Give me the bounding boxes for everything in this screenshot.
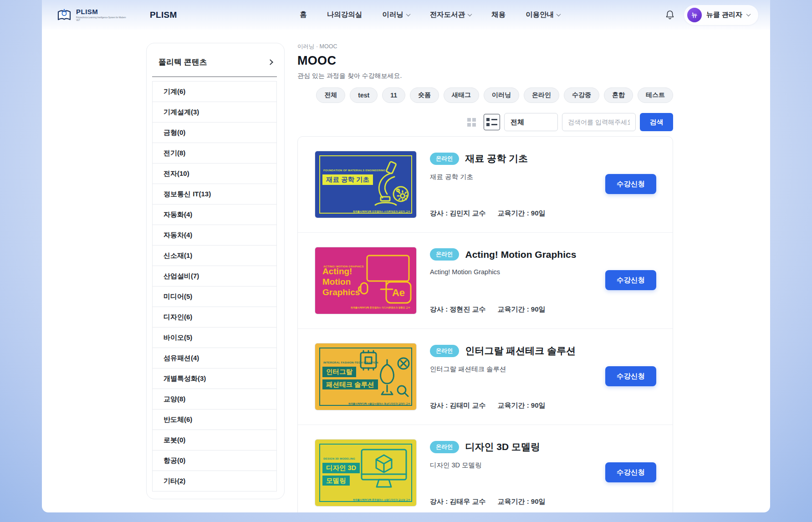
category-item[interactable]: 기타(2) — [152, 471, 277, 491]
thumbnail-title-line: 디자인 3D — [322, 463, 360, 473]
top-header: PLISM Polytechnics Learning Intelligence… — [42, 0, 770, 30]
course-thumbnail[interactable]: ACTING! MOTION GRAPHICS Acting! Motion G… — [315, 247, 416, 314]
search-button[interactable]: 검색 — [640, 113, 673, 131]
category-item[interactable]: 로봇(0) — [152, 430, 277, 450]
course-title[interactable]: 재료 공학 기초 — [465, 152, 528, 165]
nav-item[interactable]: 채용 — [491, 10, 506, 20]
enroll-column: 수강신청 — [605, 247, 656, 290]
course-title-row: 온라인 인터그랄 패션테크 솔루션 — [430, 344, 596, 357]
header-right: 뉴 뉴클 관리자 — [665, 5, 758, 25]
search-input[interactable] — [562, 113, 636, 131]
category-sidebar: 폴리텍 콘텐츠 기계(6) 기계설계(3) 금형(0) 전기(8) 전자(10)… — [146, 43, 285, 499]
nav-item[interactable]: 나의강의실 — [327, 10, 363, 20]
course-title-row: 온라인 재료 공학 기초 — [430, 152, 596, 165]
nav-item[interactable]: 이용안내 — [526, 10, 560, 20]
category-label: 기계(6) — [163, 87, 185, 96]
course-info: 온라인 디자인 3D 모델링 디자인 3D 모델링 강사 : 김태우 교수 교육… — [430, 440, 596, 506]
course-period: 교육기간 : 90일 — [498, 305, 546, 314]
category-select[interactable]: 전체 — [504, 113, 558, 131]
tag-chip[interactable]: 전체 — [316, 87, 345, 103]
tag-chip[interactable]: 수강중 — [564, 87, 599, 103]
category-label: 전기(8) — [163, 149, 185, 158]
category-label: 바이오(5) — [163, 333, 192, 342]
sidebar-header: 폴리텍 콘텐츠 — [147, 43, 284, 77]
chevron-down-icon — [746, 12, 751, 16]
category-item[interactable]: 개별특성화(3) — [152, 368, 277, 389]
nav-item-label: 채용 — [491, 10, 506, 20]
course-info: 온라인 인터그랄 패션테크 솔루션 인터그랄 패션테크 솔루션 강사 : 김태미… — [430, 343, 596, 410]
course-title[interactable]: Acting! Motion Graphics — [465, 249, 577, 260]
category-label: 기타(2) — [163, 477, 185, 486]
enroll-column: 수강신청 — [605, 151, 656, 194]
tag-chip[interactable]: 이러닝 — [484, 87, 519, 103]
category-label: 금형(0) — [163, 128, 185, 137]
category-item[interactable]: 자동차(4) — [152, 225, 277, 246]
tag-chip-label: 이러닝 — [492, 91, 511, 99]
category-label: 자동차(4) — [163, 231, 192, 240]
enroll-button[interactable]: 수강신청 — [605, 174, 656, 194]
user-menu[interactable]: 뉴 뉴클 관리자 — [684, 5, 758, 25]
category-label: 항공(0) — [163, 456, 185, 465]
category-item[interactable]: 금형(0) — [152, 122, 277, 143]
course-meta: 강사 : 정현진 교수 교육기간 : 90일 — [430, 305, 596, 314]
page-app-title: PLISM — [150, 10, 177, 20]
plism-logo-icon — [56, 7, 72, 23]
enroll-button[interactable]: 수강신청 — [605, 462, 656, 482]
category-label: 개별특성화(3) — [163, 374, 206, 383]
category-item[interactable]: 전자(10) — [152, 163, 277, 184]
bell-icon — [665, 10, 675, 20]
nav-item[interactable]: 이러닝 — [382, 10, 410, 20]
tag-chip[interactable]: 새태그 — [444, 87, 479, 103]
content-area: 폴리텍 콘텐츠 기계(6) 기계설계(3) 금형(0) 전기(8) 전자(10)… — [42, 30, 770, 512]
category-item[interactable]: 정보통신 IT(13) — [152, 184, 277, 205]
microscope-illustration — [364, 159, 410, 210]
category-item[interactable]: 산업설비(7) — [152, 266, 277, 287]
tag-chip[interactable]: test — [350, 87, 378, 103]
grid-view-icon — [467, 118, 476, 127]
nav-item[interactable]: 홈 — [300, 10, 307, 20]
monitor-cube-illustration — [359, 447, 409, 498]
category-item[interactable]: 전기(8) — [152, 143, 277, 164]
category-item[interactable]: 반도체(6) — [152, 409, 277, 430]
tag-chip[interactable]: 숏폼 — [410, 87, 439, 103]
category-item[interactable]: 교양(8) — [152, 389, 277, 409]
tag-chip[interactable]: 혼합 — [604, 87, 633, 103]
grid-view-button[interactable] — [463, 114, 480, 130]
chevron-down-icon — [468, 12, 472, 16]
category-item[interactable]: 자동화(4) — [152, 204, 277, 225]
course-title[interactable]: 인터그랄 패션테크 솔루션 — [465, 344, 576, 357]
tag-chip[interactable]: 11 — [382, 87, 405, 103]
category-item[interactable]: 미디어(5) — [152, 286, 277, 307]
nav-item-label: 홈 — [300, 10, 307, 20]
category-item[interactable]: 기계(6) — [152, 81, 277, 102]
course-list: FOUNDATION OF MATERIALS ENGINEERING 재료 공… — [297, 136, 673, 512]
category-item[interactable]: 섬유패션(4) — [152, 348, 277, 368]
course-thumbnail[interactable]: FOUNDATION OF MATERIALS ENGINEERING 재료 공… — [315, 151, 416, 218]
enroll-button[interactable]: 수강신청 — [605, 270, 656, 290]
enroll-button[interactable]: 수강신청 — [605, 366, 656, 386]
nav-item[interactable]: 전자도서관 — [430, 10, 472, 20]
tag-chip-label: 혼합 — [612, 91, 625, 99]
logo[interactable]: PLISM Polytechnics Learning Intelligence… — [56, 7, 126, 23]
category-label: 로봇(0) — [163, 436, 185, 445]
category-item[interactable]: 신소재(1) — [152, 245, 277, 266]
course-row: ACTING! MOTION GRAPHICS Acting! Motion G… — [298, 232, 673, 328]
main-nav: 홈 나의강의실 이러닝 전자도서관 채용 이용안내 — [281, 10, 560, 20]
list-view-button[interactable] — [484, 114, 500, 130]
notifications-button[interactable] — [665, 10, 675, 20]
category-item[interactable]: 디자인(6) — [152, 307, 277, 328]
course-title[interactable]: 디자인 3D 모델링 — [465, 440, 541, 453]
course-thumbnail[interactable]: INTERGRAL FASHION-TECH SOLUTION 인터그랄패션테크… — [315, 343, 416, 410]
category-item[interactable]: 항공(0) — [152, 450, 277, 471]
chevron-right-icon[interactable] — [267, 59, 273, 65]
list-view-icon — [486, 118, 497, 126]
tag-chip-label: 테스트 — [646, 91, 665, 99]
category-item[interactable]: 기계설계(3) — [152, 102, 277, 123]
course-instructor: 강사 : 김민지 교수 — [430, 209, 486, 218]
tag-chip[interactable]: 온라인 — [524, 87, 559, 103]
course-thumbnail[interactable]: DESIGN 3D MODELING 디자인 3D모델링 — [315, 440, 416, 506]
course-instructor: 강사 : 김태미 교수 — [430, 401, 486, 410]
tag-chip[interactable]: 테스트 — [638, 87, 673, 103]
category-item[interactable]: 바이오(5) — [152, 327, 277, 348]
tag-chip-label: 전체 — [324, 91, 337, 99]
